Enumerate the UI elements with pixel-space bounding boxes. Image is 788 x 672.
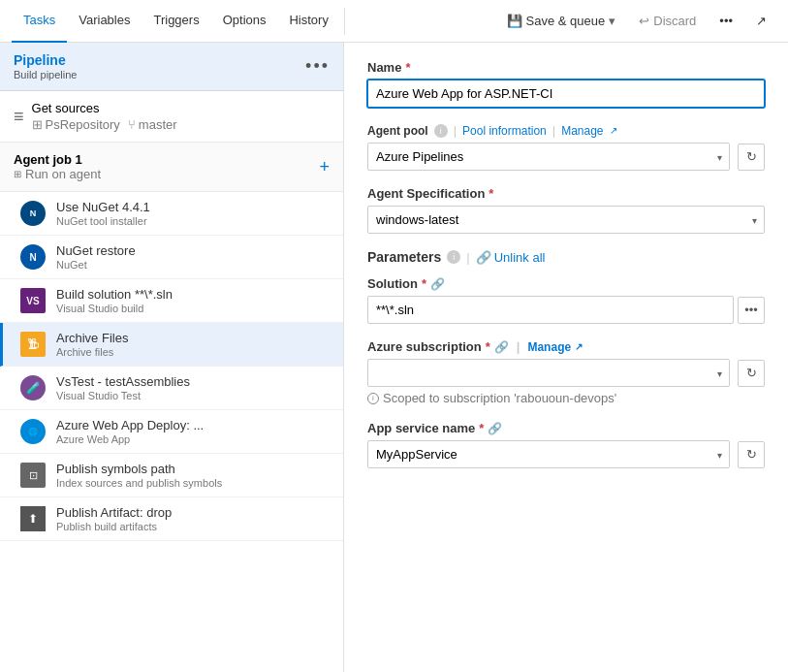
pipeline-header: Pipeline Build pipeline •••	[0, 43, 343, 91]
agent-pool-select-row: Azure Pipelines ▾ ↻	[367, 143, 765, 171]
unlink-all-button[interactable]: 🔗 Unlink all	[476, 250, 546, 265]
task-item-nuget-restore[interactable]: N NuGet restore NuGet	[0, 236, 343, 279]
get-sources-item[interactable]: ≡ Get sources ⊞ PsRepository ⑂ master	[0, 91, 343, 143]
task-icon-webapp-deploy: 🌐	[19, 418, 47, 445]
tab-tasks[interactable]: Tasks	[12, 0, 67, 43]
manage-external-icon: ↗	[610, 125, 617, 136]
manage-azure-sub-link[interactable]: Manage	[527, 340, 571, 354]
artifact-icon: ⬆	[20, 506, 46, 531]
app-service-select-row: MyAppService ▾ ↻	[367, 440, 765, 468]
task-icon-publish-symbols: ⊡	[19, 462, 47, 489]
app-service-link-icon: 🔗	[488, 422, 502, 435]
task-info-nuget-restore: NuGet restore NuGet	[56, 243, 330, 271]
repo-icon: ⊞	[32, 117, 43, 132]
task-icon-publish-artifact: ⬆	[19, 505, 47, 532]
more-icon: •••	[719, 14, 733, 28]
agent-pool-info-icon[interactable]: i	[434, 124, 448, 138]
azure-sub-select[interactable]	[367, 359, 730, 387]
expand-button[interactable]: ↗	[746, 10, 776, 32]
manage-azure-external-icon: ↗	[575, 341, 583, 352]
agent-pool-field-group: Agent pool i | Pool information | Manage…	[367, 123, 765, 171]
app-service-select[interactable]: MyAppService	[367, 440, 730, 468]
tab-history[interactable]: History	[277, 0, 339, 43]
tab-variables[interactable]: Variables	[67, 0, 142, 43]
branch-icon: ⑂	[128, 117, 136, 132]
task-item-webapp-deploy[interactable]: 🌐 Azure Web App Deploy: ... Azure Web Ap…	[0, 410, 343, 454]
app-service-field-group: App service name * 🔗 MyAppService ▾ ↻	[367, 421, 765, 468]
agent-spec-select-wrap: windows-latest ▾	[367, 206, 765, 234]
task-title-archive-files: Archive Files	[56, 331, 330, 345]
agent-icon: ⊞	[14, 169, 21, 179]
tab-triggers[interactable]: Triggers	[142, 0, 210, 43]
agent-job-sub: ⊞ Run on agent	[14, 167, 101, 181]
task-item-nuget-tool[interactable]: N Use NuGet 4.4.1 NuGet tool installer	[0, 192, 343, 236]
app-service-refresh-button[interactable]: ↻	[738, 441, 765, 468]
azure-sub-label-row: Azure subscription * 🔗 | Manage ↗	[367, 339, 765, 354]
task-icon-vstest: 🧪	[19, 374, 47, 401]
solution-link-icon: 🔗	[430, 277, 445, 291]
save-queue-button[interactable]: 💾 Save & queue ▾	[497, 10, 626, 32]
agent-job-subtitle: Run on agent	[25, 167, 101, 181]
solution-input[interactable]	[367, 296, 734, 324]
pipeline-more-button[interactable]: •••	[305, 56, 330, 77]
discard-label: Discard	[653, 14, 696, 28]
save-queue-chevron[interactable]: ▾	[609, 14, 615, 28]
agent-job-title: Agent job 1	[14, 152, 101, 167]
manage-pool-link[interactable]: Manage	[561, 124, 603, 138]
solution-menu-button[interactable]: •••	[738, 297, 765, 324]
azure-sub-required: *	[486, 339, 490, 354]
agent-pool-select[interactable]: Azure Pipelines	[367, 143, 730, 171]
task-icon-nuget-restore: N	[19, 243, 47, 271]
branch-name: master	[139, 117, 177, 132]
agent-spec-select[interactable]: windows-latest	[367, 206, 765, 234]
task-sub-publish-symbols: Index sources and publish symbols	[56, 477, 330, 489]
task-title-build-solution: Build solution **\*.sln	[56, 287, 330, 302]
top-nav: Tasks Variables Triggers Options History…	[0, 0, 788, 43]
pipeline-title: Pipeline	[14, 52, 77, 68]
webapp-icon: 🌐	[20, 419, 46, 444]
task-title-publish-symbols: Publish symbols path	[56, 462, 330, 476]
visual-studio-icon: VS	[20, 288, 46, 313]
pool-information-link[interactable]: Pool information	[462, 124, 547, 138]
azure-sub-select-row: ▾ ↻	[367, 359, 765, 387]
agent-pool-label-row: Agent pool i | Pool information | Manage…	[367, 123, 765, 138]
solution-field-group: Solution * 🔗 •••	[367, 276, 765, 324]
task-sub-build-solution: Visual Studio build	[56, 303, 330, 314]
azure-sub-field-group: Azure subscription * 🔗 | Manage ↗ ▾ ↻	[367, 339, 765, 405]
expand-icon: ↗	[756, 14, 767, 28]
nuget-restore-icon: N	[20, 244, 46, 270]
tab-options[interactable]: Options	[211, 0, 278, 43]
get-sources-info: Get sources ⊞ PsRepository ⑂ master	[32, 101, 330, 132]
agent-spec-label: Agent Specification *	[367, 186, 765, 201]
scoped-note: i Scoped to subscription 'rabououn-devop…	[367, 391, 765, 405]
archive-icon: 🗜	[20, 332, 46, 357]
task-sub-nuget-restore: NuGet	[56, 259, 330, 271]
nav-divider	[344, 8, 345, 35]
discard-button[interactable]: ↩ Discard	[629, 10, 706, 32]
task-item-publish-symbols[interactable]: ⊡ Publish symbols path Index sources and…	[0, 454, 343, 497]
task-item-publish-artifact[interactable]: ⬆ Publish Artifact: drop Publish build a…	[0, 497, 343, 541]
parameters-section: Parameters i | 🔗 Unlink all Solution * 🔗…	[367, 249, 765, 468]
add-task-button[interactable]: +	[319, 157, 330, 177]
task-sub-archive-files: Archive files	[56, 346, 330, 358]
parameters-label-row: Parameters i | 🔗 Unlink all	[367, 249, 765, 265]
task-item-archive-files[interactable]: 🗜 Archive Files Archive files	[0, 323, 343, 367]
task-info-archive-files: Archive Files Archive files	[56, 331, 330, 358]
name-input[interactable]	[367, 80, 765, 108]
task-item-build-solution[interactable]: VS Build solution **\*.sln Visual Studio…	[0, 279, 343, 323]
task-title-vstest: VsTest - testAssemblies	[56, 374, 330, 389]
parameters-label: Parameters	[367, 249, 441, 265]
parameters-info-icon[interactable]: i	[447, 250, 460, 264]
task-info-vstest: VsTest - testAssemblies Visual Studio Te…	[56, 374, 330, 401]
name-label: Name *	[367, 60, 765, 75]
task-item-vstest[interactable]: 🧪 VsTest - testAssemblies Visual Studio …	[0, 367, 343, 410]
link-chain-icon: 🔗	[476, 250, 491, 265]
name-required: *	[405, 60, 410, 75]
agent-pool-refresh-button[interactable]: ↻	[738, 144, 765, 171]
task-icon-nuget-tool: N	[19, 200, 47, 227]
azure-sub-refresh-button[interactable]: ↻	[738, 360, 765, 387]
left-panel: Pipeline Build pipeline ••• ≡ Get source…	[0, 43, 344, 672]
more-button[interactable]: •••	[709, 10, 742, 32]
task-sub-publish-artifact: Publish build artifacts	[56, 521, 330, 532]
save-queue-label: Save & queue	[526, 14, 606, 28]
